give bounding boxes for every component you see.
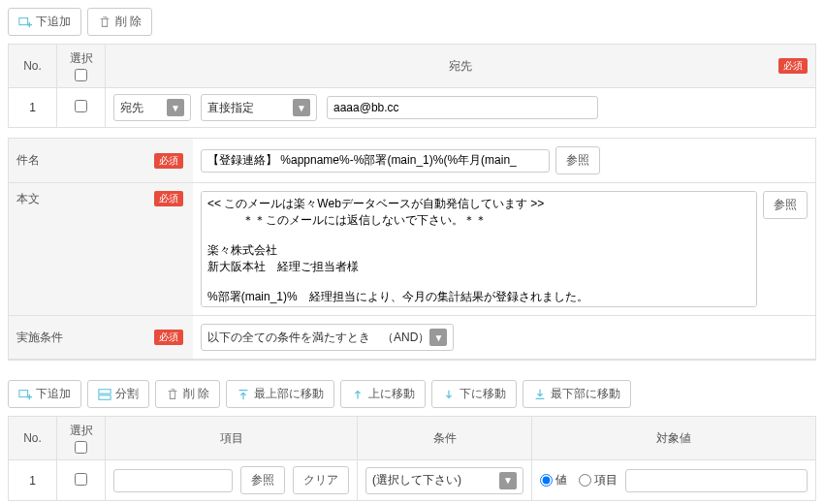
item-input[interactable] — [113, 469, 233, 492]
col-select-header: 選択 — [57, 417, 106, 460]
body-browse-button[interactable]: 参照 — [763, 191, 808, 219]
destination-toolbar: 下追加 削 除 — [8, 8, 816, 36]
trash-icon — [166, 388, 179, 401]
radio-item[interactable]: 項目 — [579, 472, 618, 488]
add-row-icon — [18, 16, 32, 29]
table-row: 1 参照 クリア (選択して下さい) ▼ 値 項目 — [9, 460, 816, 501]
target-radio-group: 値 項目 — [540, 472, 618, 488]
destination-table: No. 選択 宛先 必須 1 宛先 ▼ — [8, 44, 816, 128]
col-select-header: 選択 — [57, 45, 106, 88]
to-type-select[interactable]: 宛先 ▼ — [113, 94, 191, 121]
condition-table: No. 選択 項目 条件 対象値 1 参照 クリア — [8, 416, 816, 501]
condition-type-select[interactable]: 以下の全ての条件を満たすとき （AND） ▼ — [201, 324, 454, 351]
item-clear-button[interactable]: クリア — [293, 466, 349, 494]
svg-rect-1 — [19, 390, 28, 396]
chevron-down-icon: ▼ — [293, 99, 310, 116]
chevron-down-icon: ▼ — [429, 329, 447, 346]
delete-label: 削 除 — [115, 14, 142, 30]
add-below-label: 下追加 — [36, 14, 71, 30]
radio-value[interactable]: 値 — [540, 472, 567, 488]
item-browse-button[interactable]: 参照 — [240, 466, 285, 494]
move-top-icon — [237, 388, 250, 401]
move-up-button[interactable]: 上に移動 — [340, 380, 426, 408]
svg-rect-3 — [99, 394, 111, 398]
svg-rect-2 — [99, 389, 111, 393]
subject-browse-button[interactable]: 参照 — [555, 146, 600, 174]
col-no-header: No. — [9, 417, 57, 460]
move-down-icon — [442, 388, 456, 401]
col-cond-header: 条件 — [358, 417, 532, 460]
spec-type-select[interactable]: 直接指定 ▼ — [201, 94, 317, 121]
col-item-header: 項目 — [106, 417, 358, 460]
col-target-header: 対象値 — [532, 417, 816, 460]
col-no-header: No. — [9, 45, 57, 88]
subject-label: 件名 — [9, 139, 144, 183]
delete-button[interactable]: 削 除 — [87, 8, 152, 36]
chevron-down-icon: ▼ — [499, 472, 517, 489]
required-badge: 必須 — [154, 153, 183, 169]
row-no: 1 — [9, 460, 57, 501]
delete-button[interactable]: 削 除 — [155, 380, 220, 408]
add-below-button[interactable]: 下追加 — [8, 380, 81, 408]
row-select-checkbox[interactable] — [75, 473, 87, 486]
body-label: 本文 — [9, 183, 144, 316]
row-select-checkbox[interactable] — [75, 100, 87, 112]
mail-form: 件名 必須 参照 本文 必須 << このメールは楽々Webデータベースが自動発信… — [8, 138, 816, 361]
trash-icon — [98, 16, 111, 29]
split-icon — [98, 388, 111, 401]
row-no: 1 — [9, 88, 57, 128]
target-value-input[interactable] — [625, 469, 808, 492]
chevron-down-icon: ▼ — [167, 99, 184, 116]
svg-rect-0 — [19, 17, 28, 24]
condition-toolbar: 下追加 分割 削 除 最上部に移動 上に移動 下に移動 最下部に移動 — [8, 380, 816, 408]
move-top-button[interactable]: 最上部に移動 — [226, 380, 334, 408]
body-textarea[interactable]: << このメールは楽々Webデータベースが自動発信しています >> ＊＊このメー… — [201, 191, 757, 307]
required-badge: 必須 — [778, 58, 808, 74]
move-down-button[interactable]: 下に移動 — [431, 380, 517, 408]
move-bottom-button[interactable]: 最下部に移動 — [523, 380, 631, 408]
move-bottom-icon — [533, 388, 547, 401]
split-button[interactable]: 分割 — [87, 380, 149, 408]
subject-input[interactable] — [201, 149, 550, 173]
required-badge: 必須 — [154, 330, 183, 345]
required-badge: 必須 — [154, 191, 183, 206]
select-all-checkbox[interactable] — [75, 69, 87, 81]
condition-select[interactable]: (選択して下さい) ▼ — [365, 467, 523, 494]
move-up-icon — [351, 388, 364, 401]
col-dest-header: 宛先 必須 — [106, 45, 816, 88]
add-row-icon — [18, 388, 32, 401]
table-row: 1 宛先 ▼ 直接指定 ▼ — [9, 88, 816, 128]
condition-label: 実施条件 — [9, 316, 144, 360]
email-field[interactable] — [327, 96, 598, 119]
select-all-checkbox[interactable] — [75, 441, 87, 454]
add-below-button[interactable]: 下追加 — [8, 8, 81, 36]
